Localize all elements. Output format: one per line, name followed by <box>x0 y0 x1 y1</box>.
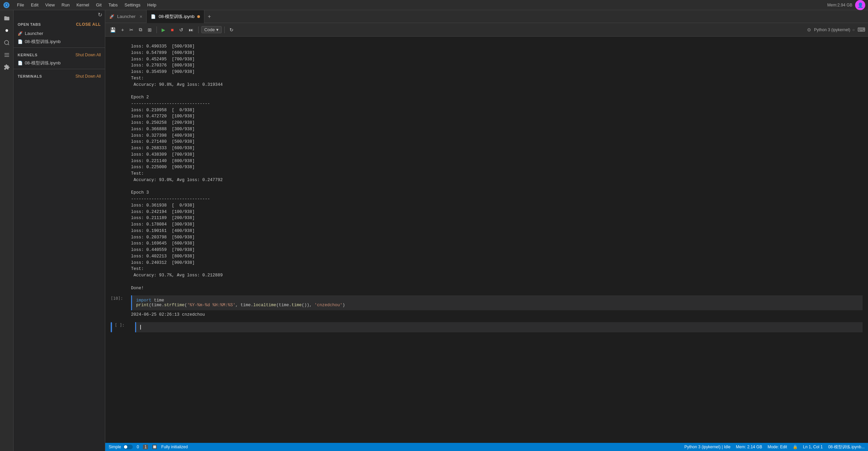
svg-rect-6 <box>4 53 9 54</box>
open-tabs-header: OPEN TABS Close All <box>14 19 105 30</box>
save-button[interactable]: 💾 <box>108 26 118 34</box>
cut-button[interactable]: ✂ <box>127 26 135 34</box>
running-icon[interactable] <box>1 25 12 36</box>
kernels-label: KERNELS <box>18 53 38 57</box>
cell-10-output: 2024-06-25 02:26:13 cnzedchou <box>131 312 863 318</box>
menubar: File Edit View Run Kernel Git Tabs Setti… <box>0 0 868 10</box>
tab-add-button[interactable]: + <box>204 14 214 20</box>
status-circle-icon: 🔲 <box>152 445 157 449</box>
icon-sidebar <box>0 10 14 451</box>
lock-icon: 🔒 <box>793 445 798 449</box>
svg-rect-7 <box>4 55 9 55</box>
ln-col-status: Ln 1, Col 1 <box>803 445 823 449</box>
menu-help[interactable]: Help <box>144 2 160 8</box>
settings-icon[interactable]: ⚙ <box>807 27 811 33</box>
filename-status: 08-模型训练.ipynb... <box>828 444 865 450</box>
refresh-button[interactable]: ↻ <box>227 26 236 34</box>
cell-type-label: Code <box>204 27 215 32</box>
user-avatar[interactable]: 👤 <box>855 0 865 10</box>
simple-mode-toggle[interactable]: Simple <box>109 445 133 449</box>
terminals-shutdown-button[interactable]: Shut Down All <box>75 74 101 79</box>
tab-launcher-icon: 🚀 <box>109 14 114 19</box>
copy-button[interactable]: ⧉ <box>137 26 144 34</box>
tab-launcher-label: Launcher <box>117 14 135 19</box>
svg-point-4 <box>4 40 8 44</box>
tab-dirty-indicator <box>197 15 200 18</box>
notebook: loss: 0.490335 [500/938] loss: 0.547899 … <box>105 37 868 443</box>
cell-output-content: loss: 0.490335 [500/938] loss: 0.547899 … <box>131 43 863 291</box>
cell-11-prompt: [ ]: <box>115 322 135 328</box>
mem-status: Mem: 2.14 GB <box>736 445 762 449</box>
tab-launcher[interactable]: 🚀 Launcher × <box>105 10 147 23</box>
toolbar-sep-1 <box>156 26 157 33</box>
launcher-tab-icon: 🚀 <box>18 31 23 36</box>
cell-count-0: 0 <box>137 445 139 449</box>
cell-prompt <box>111 43 131 44</box>
cell-10: [10]: import time print(time.strftime('%… <box>105 294 868 319</box>
cell-10-input[interactable]: import time print(time.strftime('%Y-%m-%… <box>131 295 863 310</box>
cell-11-input[interactable] <box>135 322 863 332</box>
status-right: Python 3 (ipykernel) | Idle Mem: 2.14 GB… <box>684 444 865 450</box>
cell-count-1: 1 <box>143 445 148 449</box>
svg-line-5 <box>8 44 9 45</box>
toolbar-sep-3 <box>224 26 225 33</box>
refresh-panel-icon[interactable]: ↻ <box>98 12 102 18</box>
keyboard-icon[interactable]: ⌨ <box>857 26 865 33</box>
open-tab-notebook[interactable]: 📄 08-模型训练.ipynb <box>14 37 105 46</box>
menu-tabs[interactable]: Tabs <box>105 2 121 8</box>
add-cell-button[interactable]: + <box>119 26 126 34</box>
toggle-knob <box>124 445 127 449</box>
kernel-status-text: Python 3 (ipykernel) | Idle <box>684 445 731 449</box>
menu-run[interactable]: Run <box>58 2 73 8</box>
cursor <box>140 325 141 330</box>
restart-button[interactable]: ↺ <box>177 26 185 34</box>
folder-icon[interactable] <box>1 13 12 24</box>
cell-output-top: loss: 0.490335 [500/938] loss: 0.547899 … <box>105 42 868 293</box>
launcher-tab-name: Launcher <box>25 31 43 36</box>
toolbar-sep-2 <box>198 26 199 33</box>
paste-button[interactable]: ⊞ <box>146 26 154 34</box>
kernels-header: KERNELS Shut Down All <box>14 49 105 59</box>
file-panel: ↻ OPEN TABS Close All 🚀 Launcher 📄 08-模型… <box>14 10 105 451</box>
kernel-file-name: 08-模型训练.ipynb <box>25 60 60 66</box>
mem-display: Mem:2.94 GB <box>827 3 852 7</box>
tab-launcher-close[interactable]: × <box>140 14 142 19</box>
restart-run-button[interactable]: ⏭ <box>187 26 196 34</box>
list-icon[interactable] <box>1 50 12 60</box>
extension-icon[interactable] <box>1 62 12 73</box>
menu-kernel[interactable]: Kernel <box>73 2 93 8</box>
tab-notebook-icon: 📄 <box>151 14 156 19</box>
tab-bar: 🚀 Launcher × 📄 08-模型训练.ipynb + <box>105 10 868 23</box>
kernel-status-indicator: ○ <box>852 27 855 32</box>
kernel-name: Python 3 (ipykernel) <box>814 27 850 32</box>
kernel-notebook-item[interactable]: 📄 08-模型训练.ipynb <box>14 59 105 67</box>
content-area: 🚀 Launcher × 📄 08-模型训练.ipynb + 💾 + ✂ ⧉ ⊞… <box>105 10 868 451</box>
kernel-info: Python 3 (ipykernel) ○ <box>814 27 855 32</box>
fully-initialized: Fully initialized <box>161 445 188 449</box>
notebook-tab-icon: 📄 <box>18 39 23 44</box>
cell-11-indicator <box>111 322 112 332</box>
open-tab-launcher[interactable]: 🚀 Launcher <box>14 30 105 37</box>
toolbar-right: ⚙ Python 3 (ipykernel) ○ ⌨ <box>807 26 865 33</box>
stop-button[interactable]: ■ <box>169 26 176 34</box>
tab-notebook[interactable]: 📄 08-模型训练.ipynb <box>147 10 204 23</box>
cell-type-selector[interactable]: Code ▾ <box>201 26 222 33</box>
svg-point-3 <box>5 29 8 32</box>
menu-view[interactable]: View <box>42 2 58 8</box>
close-all-button[interactable]: Close All <box>76 22 101 27</box>
menu-git[interactable]: Git <box>93 2 105 8</box>
kernel-file-icon: 📄 <box>18 61 23 65</box>
search-icon[interactable] <box>1 37 12 48</box>
simple-label: Simple <box>109 445 121 449</box>
open-tabs-label: OPEN TABS <box>18 22 41 26</box>
code-line-1: import time <box>136 298 858 303</box>
kernels-shutdown-button[interactable]: Shut Down All <box>75 53 101 57</box>
tab-notebook-label: 08-模型训练.ipynb <box>159 14 194 20</box>
run-button[interactable]: ▶ <box>160 26 167 34</box>
menu-edit[interactable]: Edit <box>27 2 42 8</box>
svg-point-2 <box>6 4 7 6</box>
svg-rect-8 <box>4 56 9 57</box>
notebook-tab-name: 08-模型训练.ipynb <box>25 39 60 45</box>
menu-file[interactable]: File <box>14 2 27 8</box>
menu-settings[interactable]: Settings <box>121 2 144 8</box>
